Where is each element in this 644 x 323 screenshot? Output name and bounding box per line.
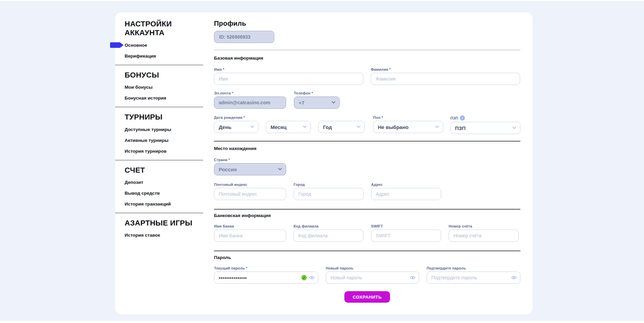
- last-name-label: Фамилия *: [371, 67, 520, 71]
- phone-code-select[interactable]: +7: [294, 96, 340, 109]
- sidebar: НАСТРОЙКИ АККАУНТА Основное Верификация …: [115, 13, 203, 314]
- sidebar-item-main[interactable]: Основное: [125, 43, 203, 48]
- chevron-down-icon: [250, 124, 254, 128]
- sidebar-item-active-tournaments[interactable]: Активные турниры: [125, 138, 203, 143]
- bank-name-input[interactable]: [214, 230, 286, 242]
- zip-label: Почтовый индекс: [214, 182, 286, 187]
- dob-day-value: День: [219, 124, 232, 130]
- save-button[interactable]: СОХРАНИТЬ: [344, 291, 390, 303]
- first-name-input[interactable]: [214, 73, 363, 85]
- dob-day-select[interactable]: День: [214, 121, 258, 133]
- email-label: Эл.почта *: [214, 91, 286, 95]
- new-password-input[interactable]: [326, 272, 419, 284]
- chevron-down-icon: [278, 167, 282, 170]
- account-settings-card: НАСТРОЙКИ АККАУНТА Основное Верификация …: [115, 13, 533, 314]
- sidebar-item-label: История турниров: [125, 149, 167, 154]
- sidebar-section-title: БОНУСЫ: [125, 71, 203, 80]
- sidebar-item-label: Активные турниры: [125, 138, 168, 143]
- sidebar-section-account-settings: НАСТРОЙКИ АККАУНТА Основное Верификация: [125, 20, 203, 65]
- dob-month-select[interactable]: Месяц: [266, 121, 311, 133]
- show-password-icon[interactable]: [511, 276, 517, 280]
- phone-code-value: +7: [299, 100, 304, 106]
- sidebar-divider: [115, 213, 203, 213]
- show-password-icon[interactable]: [309, 276, 315, 280]
- sidebar-divider: [115, 160, 203, 160]
- swift-label: SWIFT: [371, 224, 441, 228]
- chevron-down-icon: [357, 124, 360, 128]
- sidebar-section-bonuses: БОНУСЫ Мои бонусы Бонусная история: [125, 71, 203, 107]
- sidebar-item-label: Депозит: [125, 180, 143, 185]
- current-password-label: Текущий пароль *: [214, 266, 318, 270]
- section-divider: [214, 141, 520, 142]
- chevron-down-icon: [331, 100, 335, 104]
- bank-name-label: Имя Банка: [214, 224, 286, 228]
- new-password-label: Новый пароль: [326, 266, 419, 270]
- sidebar-item-label: История ставок: [125, 233, 160, 238]
- address-label: Адрес: [371, 182, 441, 187]
- swift-input[interactable]: [371, 230, 441, 242]
- sidebar-item-bet-history[interactable]: История ставок: [125, 233, 203, 238]
- bank-info-title: Банковская информация: [214, 213, 520, 218]
- country-select[interactable]: Россия: [214, 163, 286, 175]
- email-field: [214, 96, 286, 109]
- confirm-password-input[interactable]: [427, 272, 520, 284]
- basic-info-title: Базовая информация: [214, 56, 520, 61]
- sidebar-item-transaction-history[interactable]: История транзакций: [125, 201, 203, 207]
- chevron-down-icon: [435, 124, 439, 128]
- sidebar-section-gambling: АЗАРТНЫЕ ИГРЫ История ставок: [125, 219, 203, 244]
- sidebar-item-label: Верификация: [125, 53, 156, 59]
- sidebar-section-title: НАСТРОЙКИ АККАУНТА: [125, 20, 203, 38]
- branch-code-input[interactable]: [294, 230, 364, 242]
- header-divider: [214, 50, 520, 50]
- pzp-select[interactable]: ПЗП: [450, 122, 520, 134]
- location-title: Место нахождения: [214, 146, 520, 151]
- info-icon[interactable]: i: [460, 115, 465, 121]
- dob-month-value: Месяц: [271, 124, 286, 130]
- page-title: Профиль: [214, 20, 520, 27]
- first-name-label: Имя *: [214, 67, 363, 71]
- dob-label: Дата рождения *: [214, 115, 365, 120]
- gender-select[interactable]: Не выбрано: [373, 121, 443, 133]
- sidebar-item-available-tournaments[interactable]: Доступные турниры: [125, 127, 203, 132]
- sidebar-divider: [115, 107, 203, 107]
- zip-input[interactable]: [214, 188, 286, 200]
- sidebar-item-label: Основное: [125, 43, 147, 48]
- sidebar-item-my-bonuses[interactable]: Мои бонусы: [125, 85, 203, 90]
- sidebar-item-deposit[interactable]: Депозит: [125, 180, 203, 185]
- show-password-icon[interactable]: [410, 276, 415, 280]
- user-id-field: [214, 31, 274, 43]
- sidebar-divider: [115, 65, 203, 65]
- country-label: Страна *: [214, 158, 286, 162]
- sidebar-section-title: ТУРНИРЫ: [125, 113, 203, 122]
- dob-year-select[interactable]: Год: [318, 121, 365, 133]
- password-title: Пароль: [214, 255, 520, 260]
- phone-label: Телефон *: [294, 91, 340, 95]
- sidebar-item-label: Мои бонусы: [125, 85, 153, 90]
- country-value: Россия: [219, 167, 237, 172]
- sidebar-item-label: Бонусная история: [125, 95, 166, 101]
- address-input[interactable]: [371, 188, 441, 200]
- confirm-password-label: Подтвердите пароль: [427, 266, 520, 270]
- sidebar-item-label: Доступные турниры: [125, 127, 171, 132]
- sidebar-item-withdrawal[interactable]: Вывод средств: [125, 191, 203, 196]
- last-name-input[interactable]: [371, 73, 520, 85]
- sidebar-section-title: АЗАРТНЫЕ ИГРЫ: [125, 219, 203, 228]
- account-number-input[interactable]: [449, 230, 519, 242]
- sidebar-item-verification[interactable]: Верификация: [125, 53, 203, 59]
- chevron-down-icon: [303, 124, 306, 128]
- sidebar-item-tournament-history[interactable]: История турниров: [125, 149, 203, 154]
- sidebar-section-title: СЧЕТ: [125, 166, 203, 175]
- sidebar-item-bonus-history[interactable]: Бонусная история: [125, 95, 203, 101]
- sidebar-item-label: Вывод средств: [125, 191, 160, 196]
- section-divider: [214, 251, 520, 251]
- sidebar-section-account: СЧЕТ Депозит Вывод средств История транз…: [125, 166, 203, 213]
- active-item-arrow-icon: [110, 42, 124, 48]
- city-input[interactable]: [294, 188, 364, 200]
- pzp-label: ПЗП: [450, 116, 458, 120]
- sidebar-item-label: История транзакций: [125, 201, 171, 207]
- branch-code-label: Код филиала: [294, 224, 364, 228]
- profile-form: Профиль Базовая информация Имя * Фамилия…: [214, 13, 520, 314]
- city-label: Город: [294, 182, 364, 187]
- gender-value: Не выбрано: [378, 124, 408, 130]
- account-number-label: Номер счёта: [449, 224, 519, 228]
